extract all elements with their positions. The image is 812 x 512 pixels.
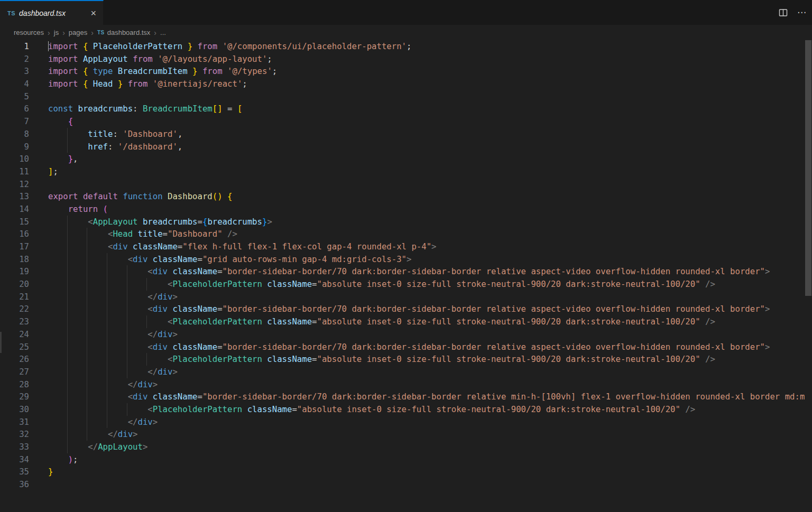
code-line[interactable]: ); bbox=[48, 453, 805, 466]
code-line[interactable]: </div> bbox=[48, 291, 805, 303]
line-number[interactable]: 25 bbox=[0, 341, 29, 353]
line-number[interactable]: 29 bbox=[0, 390, 29, 403]
code-line[interactable]: import { PlaceholderPattern } from '@/co… bbox=[48, 40, 805, 53]
editor-actions: ⋯ bbox=[777, 0, 808, 25]
breadcrumb-item-js[interactable]: js bbox=[54, 29, 59, 36]
indent-guide bbox=[67, 390, 68, 403]
split-editor-button[interactable] bbox=[777, 7, 789, 18]
line-number[interactable]: 12 bbox=[0, 178, 29, 191]
tab-dashboard-tsx[interactable]: TS dashboard.tsx × bbox=[0, 0, 104, 25]
line-number[interactable]: 5 bbox=[0, 90, 29, 103]
line-number[interactable]: 24 bbox=[0, 328, 29, 341]
code-line[interactable]: { bbox=[48, 115, 805, 128]
code-line[interactable] bbox=[48, 478, 805, 491]
text-cursor bbox=[48, 41, 49, 51]
code-line[interactable]: <PlaceholderPattern className="absolute … bbox=[48, 278, 805, 291]
more-actions-button[interactable]: ⋯ bbox=[796, 7, 808, 18]
line-number[interactable]: 1 bbox=[0, 40, 29, 53]
code-editor[interactable]: 1234567891011121314151617181920212223242… bbox=[0, 40, 812, 512]
line-number[interactable]: 3 bbox=[0, 65, 29, 78]
line-number[interactable]: 14 bbox=[0, 203, 29, 216]
line-number[interactable]: 4 bbox=[0, 78, 29, 90]
code-line[interactable]: <AppLayout breadcrumbs={breadcrumbs}> bbox=[48, 216, 805, 228]
line-number[interactable]: 32 bbox=[0, 428, 29, 441]
line-number[interactable]: 27 bbox=[0, 366, 29, 378]
indent-guide bbox=[127, 328, 127, 341]
breadcrumb-item-resources[interactable]: resources bbox=[14, 29, 44, 36]
line-number[interactable]: 23 bbox=[0, 315, 29, 328]
scrollbar-thumb[interactable] bbox=[805, 40, 811, 296]
left-sash-handle[interactable] bbox=[0, 332, 2, 353]
line-number[interactable]: 26 bbox=[0, 353, 29, 366]
code-line[interactable]: <div className="border-sidebar-border/70… bbox=[48, 390, 805, 403]
code-line[interactable]: </div> bbox=[48, 416, 805, 429]
indent-guide bbox=[107, 265, 107, 278]
code-line[interactable] bbox=[48, 90, 805, 103]
code-line[interactable]: return ( bbox=[48, 203, 805, 216]
line-number[interactable]: 16 bbox=[0, 228, 29, 240]
indent-guide bbox=[107, 315, 107, 328]
code-line[interactable]: import AppLayout from '@/layouts/app-lay… bbox=[48, 53, 805, 66]
line-number[interactable]: 20 bbox=[0, 278, 29, 291]
line-number[interactable]: 2 bbox=[0, 53, 29, 66]
code-line[interactable]: export default function Dashboard() { bbox=[48, 190, 805, 203]
line-number[interactable]: 21 bbox=[0, 291, 29, 303]
code-line[interactable]: <PlaceholderPattern className="absolute … bbox=[48, 403, 805, 416]
code-line[interactable]: </div> bbox=[48, 328, 805, 341]
line-number[interactable]: 7 bbox=[0, 115, 29, 128]
code-line[interactable]: <Head title="Dashboard" /> bbox=[48, 228, 805, 240]
breadcrumb-item-symbol[interactable]: ... bbox=[160, 29, 166, 36]
indent-guide bbox=[107, 416, 107, 429]
code-line[interactable]: <PlaceholderPattern className="absolute … bbox=[48, 353, 805, 366]
line-number[interactable]: 8 bbox=[0, 128, 29, 141]
close-icon[interactable]: × bbox=[89, 8, 98, 18]
line-number[interactable]: 36 bbox=[0, 478, 29, 491]
indent-guide bbox=[107, 353, 107, 366]
line-number[interactable]: 13 bbox=[0, 190, 29, 203]
breadcrumb-item-pages[interactable]: pages bbox=[69, 29, 87, 36]
line-number[interactable]: 30 bbox=[0, 403, 29, 416]
line-number[interactable]: 15 bbox=[0, 216, 29, 228]
line-number[interactable]: 33 bbox=[0, 441, 29, 453]
code-line[interactable]: </div> bbox=[48, 428, 805, 441]
indent-guide bbox=[87, 315, 87, 328]
code-line[interactable]: <div className="border-sidebar-border/70… bbox=[48, 265, 805, 278]
line-number[interactable]: 9 bbox=[0, 141, 29, 153]
code-line[interactable]: <div className="grid auto-rows-min gap-4… bbox=[48, 253, 805, 266]
code-line[interactable]: import { Head } from '@inertiajs/react'; bbox=[48, 78, 805, 90]
breadcrumb-item-file[interactable]: TS dashboard.tsx bbox=[97, 29, 150, 36]
code-line[interactable]: </div> bbox=[48, 378, 805, 391]
line-number[interactable]: 22 bbox=[0, 303, 29, 315]
line-number[interactable]: 11 bbox=[0, 165, 29, 178]
line-number[interactable]: 35 bbox=[0, 466, 29, 478]
code-line[interactable] bbox=[48, 178, 805, 191]
line-number[interactable]: 19 bbox=[0, 265, 29, 278]
line-number[interactable]: 17 bbox=[0, 240, 29, 253]
indent-guide bbox=[67, 353, 68, 366]
code-line[interactable]: <PlaceholderPattern className="absolute … bbox=[48, 315, 805, 328]
vscode-window: TS dashboard.tsx × ⋯ resources › js › pa… bbox=[0, 0, 812, 512]
code-line[interactable]: <div className="flex h-full flex-1 flex-… bbox=[48, 240, 805, 253]
code-line[interactable]: }, bbox=[48, 153, 805, 165]
line-number[interactable]: 6 bbox=[0, 103, 29, 115]
scrollbar bbox=[805, 40, 812, 512]
code-line[interactable]: ]; bbox=[48, 165, 805, 178]
line-number[interactable]: 28 bbox=[0, 378, 29, 391]
code-line[interactable]: title: 'Dashboard', bbox=[48, 128, 805, 141]
code-line[interactable]: </AppLayout> bbox=[48, 441, 805, 453]
ts-icon: TS bbox=[7, 10, 15, 16]
indent-guide bbox=[127, 278, 127, 291]
code-line[interactable]: import { type BreadcrumbItem } from '@/t… bbox=[48, 65, 805, 78]
line-number[interactable]: 34 bbox=[0, 453, 29, 466]
code-line[interactable]: } bbox=[48, 466, 805, 478]
line-number[interactable]: 31 bbox=[0, 416, 29, 429]
code-line[interactable]: <div className="border-sidebar-border/70… bbox=[48, 341, 805, 353]
code-line[interactable]: <div className="border-sidebar-border/70… bbox=[48, 303, 805, 315]
code-line[interactable]: </div> bbox=[48, 366, 805, 378]
code-line[interactable]: href: '/dashboard', bbox=[48, 141, 805, 153]
line-number[interactable]: 18 bbox=[0, 253, 29, 266]
ts-icon: TS bbox=[97, 30, 105, 35]
code-line[interactable]: const breadcrumbs: BreadcrumbItem[] = [ bbox=[48, 103, 805, 115]
indent-guide bbox=[67, 291, 68, 303]
line-number[interactable]: 10 bbox=[0, 153, 29, 165]
